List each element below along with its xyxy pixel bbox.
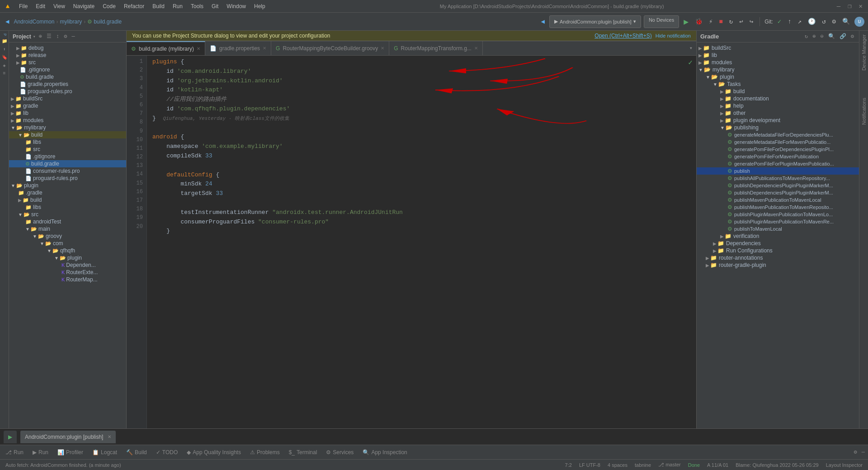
gradle-task-verification[interactable]: ▶ 📁 verification xyxy=(697,233,859,240)
tab-close-3[interactable]: ✕ xyxy=(381,46,384,51)
tab-close-2[interactable]: ✕ xyxy=(263,46,266,51)
gradle-run-configs[interactable]: ▶ 📁 Run Configurations xyxy=(697,247,859,254)
status-done[interactable]: Done xyxy=(686,462,702,468)
gradle-collapse-icon[interactable]: ⊖ xyxy=(819,33,825,40)
panel-settings-icon[interactable]: ⚙ xyxy=(62,33,68,40)
tree-item-proguard-2[interactable]: 📄 proguard-rules.pro xyxy=(9,175,126,182)
status-message[interactable]: Auto fetch: AndroidCommon finished. (a m… xyxy=(4,462,123,468)
structure-icon[interactable]: ≡ xyxy=(2,70,6,77)
tree-item-androidTest[interactable]: 📁 androidTest xyxy=(9,218,126,225)
resource-manager-icon[interactable]: 📁 xyxy=(1,38,8,45)
tab-overflow-button[interactable]: ▾ xyxy=(686,45,696,52)
gradle-router-gradle-plugin[interactable]: ▶ 📁 router-gradle-plugin xyxy=(697,261,859,269)
tab-close-1[interactable]: ✕ xyxy=(197,46,200,51)
menu-help[interactable]: Help xyxy=(250,2,269,10)
gradle-task-publishing[interactable]: ▼ 📂 publishing xyxy=(697,124,859,131)
maximize-button[interactable]: ❐ xyxy=(846,2,853,10)
tab-router-builder[interactable]: G RouterMappingByteCodeBuilder.groovy ✕ xyxy=(271,41,389,56)
gradle-dependencies[interactable]: ▶ 📁 Dependencies xyxy=(697,240,859,247)
bottom-settings-icon[interactable]: ⚙ xyxy=(853,448,859,456)
bottom-tab-todo[interactable]: ✓ TODO xyxy=(152,447,181,457)
gradle-modules[interactable]: ▶ 📁 modules xyxy=(697,59,859,66)
git-update-icon[interactable]: ↑ xyxy=(786,17,793,26)
breadcrumb-root[interactable]: AndroidCommon xyxy=(14,19,54,25)
project-dropdown-icon[interactable]: ▾ xyxy=(33,34,36,39)
notification-open-link[interactable]: Open (Ctrl+Alt+Shift+S) xyxy=(594,33,651,39)
tab-close-4[interactable]: ✕ xyxy=(474,46,478,51)
tree-item-qfhqfh[interactable]: ▼ 📂 qfhqfh xyxy=(9,247,126,254)
gradle-link-icon[interactable]: 🔗 xyxy=(838,33,848,40)
gradle-tasks[interactable]: ▼ 📂 Tasks xyxy=(697,81,859,88)
pull-requests-icon[interactable]: ⬆ xyxy=(2,46,6,53)
tree-item-proguard-1[interactable]: 📄 proguard-rules.pro xyxy=(9,88,126,95)
tree-item-build[interactable]: ▼ 📂 build xyxy=(9,131,126,138)
tree-item-gradle[interactable]: ▶ 📁 gradle xyxy=(9,102,126,109)
layout-inspector-btn[interactable]: Layout Inspector xyxy=(824,462,864,468)
panel-icon-3[interactable]: ↕ xyxy=(55,33,61,40)
notifications-label[interactable]: Notifications xyxy=(861,98,867,125)
bookmarks-icon[interactable]: 🔖 xyxy=(1,54,8,61)
tab-gradle-properties[interactable]: 📄 gradle.properties ✕ xyxy=(205,41,271,56)
profile-button[interactable]: ⚡ xyxy=(707,17,714,26)
run-button[interactable]: ▶ xyxy=(682,16,690,28)
tree-item-lib[interactable]: ▶ 📁 lib xyxy=(9,109,126,117)
bottom-tab-services[interactable]: ⚙ Services xyxy=(322,447,357,457)
menu-window[interactable]: Window xyxy=(223,2,250,10)
gradle-task-pub-maven-local[interactable]: ⚙ publishMavenPublicationToMavenLocal xyxy=(697,196,859,204)
gradle-task-pub-dep-1[interactable]: ⚙ publishDependenciesPluginPluginMarkerM… xyxy=(697,182,859,189)
breadcrumb-module[interactable]: mylibrary xyxy=(60,19,82,25)
gradle-task-pub-plugin-repo[interactable]: ⚙ publishPluginMavenPublicationToMavenRe… xyxy=(697,218,859,225)
bottom-tab-build[interactable]: 🔨 Build xyxy=(123,447,151,457)
tree-item-gitignore-1[interactable]: 📄 .gitignore xyxy=(9,66,126,73)
build-variants-icon[interactable]: ◈ xyxy=(2,62,6,69)
bottom-tab-terminal[interactable]: $_ Terminal xyxy=(285,447,321,457)
gradle-task-gen-pom-dep[interactable]: ⚙ generatePomFileForDependenciesPluginPl… xyxy=(697,146,859,153)
menu-tools[interactable]: Tools xyxy=(187,2,207,10)
gradle-task-gen-pom-plugin[interactable]: ⚙ generatePomFileForPluginMavenPublicati… xyxy=(697,160,859,167)
gradle-task-build[interactable]: ▶ 📁 build xyxy=(697,88,859,95)
debug-button[interactable]: 🐞 xyxy=(693,17,704,26)
tree-item-plugin-src[interactable]: ▼ 📂 src xyxy=(9,211,126,218)
tree-item-plugin-build[interactable]: ▶ 📁 build xyxy=(9,196,126,204)
close-button[interactable]: ✕ xyxy=(857,2,864,10)
tree-item-groovy[interactable]: ▼ 📂 groovy xyxy=(9,233,126,240)
bottom-tab-git[interactable]: ⎇ Run xyxy=(2,447,27,457)
panel-icon-2[interactable]: ☰ xyxy=(45,33,53,40)
search-icon[interactable]: 🔍 xyxy=(840,17,852,26)
user-avatar[interactable]: U xyxy=(854,17,864,27)
status-blame[interactable]: Blame: Qiufenghua 2022 05-26 05:29 xyxy=(734,462,820,468)
bottom-tab-profiler[interactable]: 📊 Profiler xyxy=(54,447,87,457)
minimize-button[interactable]: — xyxy=(835,3,842,10)
status-lines[interactable]: A 11/A 01 xyxy=(705,462,730,468)
gradle-settings-icon[interactable]: ⚙ xyxy=(849,33,855,40)
code-editor[interactable]: plugins { id 'com.android.library' id 'o… xyxy=(147,56,696,428)
tree-item-main[interactable]: ▼ 📂 main xyxy=(9,225,126,233)
settings-icon[interactable]: ⚙ xyxy=(830,17,838,26)
status-position[interactable]: 7:2 xyxy=(563,462,574,468)
tree-item-libs-1[interactable]: 📁 libs xyxy=(9,138,126,146)
gradle-plugin[interactable]: ▼ 📂 plugin xyxy=(697,73,859,81)
git-revert-icon[interactable]: ↺ xyxy=(820,17,827,26)
status-encoding[interactable]: LF UTF-8 xyxy=(577,462,602,468)
menu-run[interactable]: Run xyxy=(169,2,186,10)
tabnine-icon[interactable]: tabnine xyxy=(633,462,653,468)
gradle-task-pub-all[interactable]: ⚙ publishAllPublicationsToMavenRepositor… xyxy=(697,175,859,182)
device-manager-label[interactable]: Device Manager xyxy=(861,34,867,71)
run-tab-icon[interactable]: ▶ xyxy=(4,431,17,443)
gradle-mylibrary[interactable]: ▼ 📂 mylibrary xyxy=(697,66,859,73)
redo-button[interactable]: ↪ xyxy=(748,17,755,26)
gradle-task-pub-maven-repo[interactable]: ⚙ publishMavenPublicationToMavenReposito… xyxy=(697,204,859,211)
tree-item-modules[interactable]: ▶ 📁 modules xyxy=(9,117,126,124)
menu-code[interactable]: Code xyxy=(99,2,119,10)
gradle-lib[interactable]: ▶ 📁 lib xyxy=(697,52,859,59)
git-checkmark-icon[interactable]: ✓ xyxy=(776,17,783,26)
bottom-tab-run[interactable]: ▶ Run xyxy=(29,447,52,457)
no-devices-button[interactable]: No Devices xyxy=(644,15,679,28)
status-vcs[interactable]: ⎇ master xyxy=(656,462,683,468)
gradle-task-pub-dep-2[interactable]: ⚙ publishDependenciesPluginPluginMarkerM… xyxy=(697,189,859,196)
run-config-button[interactable]: ▶ AndroidCommon:plugin [publish] ▾ xyxy=(549,15,641,28)
undo-button[interactable]: ↩ xyxy=(737,17,745,26)
gradle-task-pub-plugin-local[interactable]: ⚙ publishPluginMavenPublicationToMavenLo… xyxy=(697,211,859,218)
menu-build[interactable]: Build xyxy=(149,2,168,10)
gradle-task-gen-pom-maven[interactable]: ⚙ generatePomFileForMavenPublication xyxy=(697,153,859,160)
